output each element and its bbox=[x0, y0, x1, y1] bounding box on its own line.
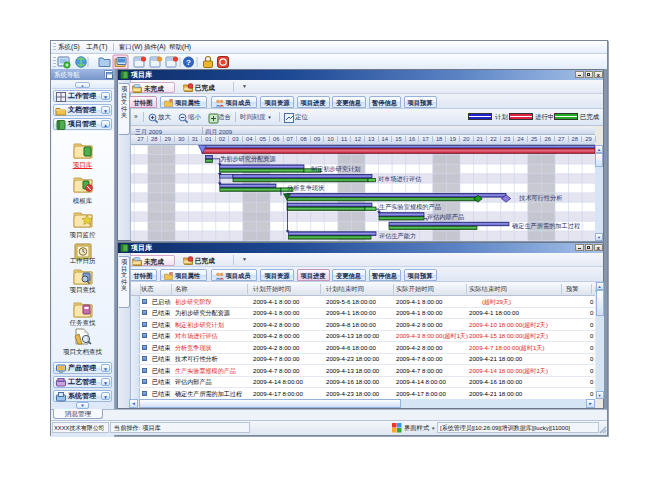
svg-text:生产实验室规模的产品: 生产实验室规模的产品 bbox=[379, 203, 441, 211]
svg-text:?: ? bbox=[186, 58, 191, 67]
svg-text:分析竞争现状: 分析竞争现状 bbox=[287, 184, 324, 192]
svg-text:对市场进行评估: 对市场进行评估 bbox=[378, 174, 421, 182]
svg-text:制定初步研究计划: 制定初步研究计划 bbox=[311, 164, 361, 172]
svg-text:为初步研究分配资源: 为初步研究分配资源 bbox=[220, 155, 277, 163]
svg-text:技术可行性分析: 技术可行性分析 bbox=[518, 193, 562, 201]
svg-text:评估生产能力: 评估生产能力 bbox=[379, 231, 416, 239]
svg-text:确定生产所需的加工过程: 确定生产所需的加工过程 bbox=[512, 222, 580, 230]
svg-text:评估内部产品: 评估内部产品 bbox=[427, 212, 464, 220]
